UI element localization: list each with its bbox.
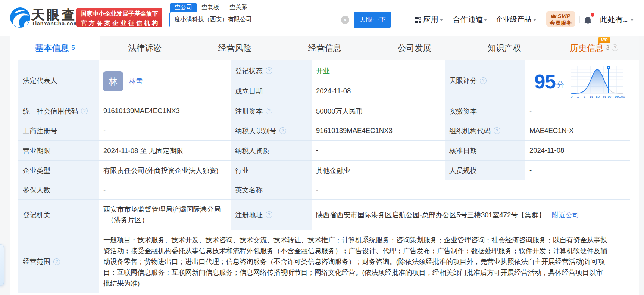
svg-text:3: 3 <box>584 94 585 99</box>
svg-text:0: 0 <box>571 94 573 99</box>
svg-text:50: 50 <box>596 94 600 99</box>
svg-text:15: 15 <box>590 94 594 99</box>
svg-text:99: 99 <box>615 94 619 99</box>
svg-text:85: 85 <box>603 94 607 99</box>
svg-text:100: 100 <box>619 94 625 99</box>
svg-text:97: 97 <box>608 94 612 99</box>
svg-text:1: 1 <box>577 94 579 99</box>
